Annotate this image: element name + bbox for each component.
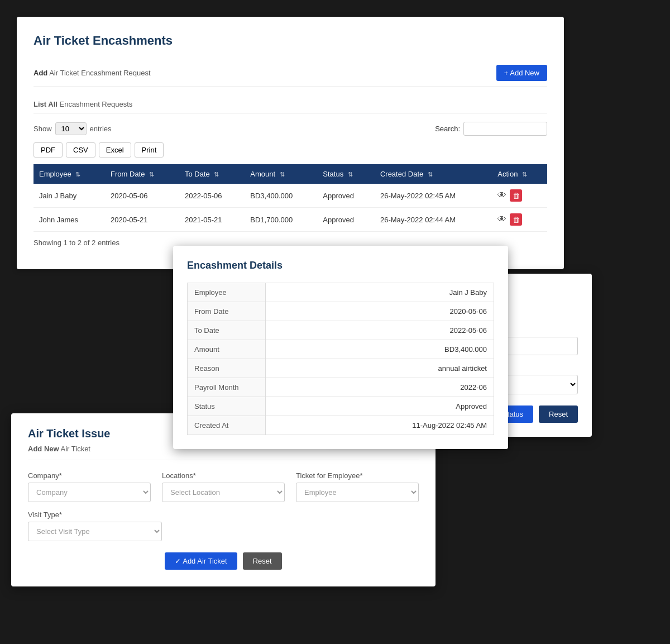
locations-select[interactable]: Select Location: [162, 483, 285, 502]
cell-status: Approved: [317, 184, 375, 208]
add-new-label: Add New: [28, 445, 59, 453]
detail-value: Jain J Baby: [266, 283, 494, 302]
table-row: Jain J Baby 2020-05-06 2022-05-06 BD3,40…: [34, 184, 547, 208]
detail-value: 2022-05-06: [266, 321, 494, 340]
detail-label: From Date: [188, 302, 266, 321]
cell-created-date: 26-May-2022 02:44 AM: [375, 208, 492, 232]
company-select[interactable]: Company: [28, 483, 151, 502]
page-title: Air Ticket Encashments: [34, 34, 547, 48]
add-suffix: Air Ticket Encashment Request: [49, 69, 150, 77]
cell-employee: John James: [34, 208, 105, 232]
sort-icon-to-date: ⇅: [214, 171, 219, 178]
detail-label: Amount: [188, 340, 266, 359]
company-label: Company*: [28, 471, 151, 480]
list-prefix: List All: [34, 100, 58, 108]
detail-value: annual airticket: [266, 359, 494, 378]
th-employee[interactable]: Employee ⇅: [34, 164, 105, 184]
detail-value: 11-Aug-2022 02:45 AM: [266, 416, 494, 435]
employee-select[interactable]: Employee: [296, 483, 419, 502]
cell-from-date: 2020-05-06: [105, 184, 179, 208]
sort-icon-amount: ⇅: [280, 171, 285, 178]
search-label: Search:: [435, 125, 460, 133]
detail-label: Reason: [188, 359, 266, 378]
detail-value: Approved: [266, 397, 494, 416]
detail-value: 2022-06: [266, 378, 494, 397]
view-icon[interactable]: 👁: [497, 190, 506, 201]
detail-value: BD3,400.000: [266, 340, 494, 359]
sort-icon-from-date: ⇅: [149, 171, 154, 178]
entries-suffix: entries: [90, 125, 112, 133]
details-row: Status Approved: [188, 397, 494, 416]
entries-select[interactable]: 10 25 50 100: [55, 122, 87, 135]
cell-created-date: 26-May-2022 02:45 AM: [375, 184, 492, 208]
encashment-details-title: Encashment Details: [187, 260, 494, 271]
details-row: From Date 2020-05-06: [188, 302, 494, 321]
list-section-header: List All Encashment Requests: [34, 96, 547, 113]
search-input[interactable]: [463, 122, 547, 136]
cell-to-date: 2022-05-06: [179, 184, 245, 208]
th-action[interactable]: Action ⇅: [492, 164, 547, 184]
encashment-table: Employee ⇅ From Date ⇅ To Date ⇅ Amount …: [34, 164, 547, 232]
sort-icon-status: ⇅: [348, 171, 353, 178]
locations-col: Locations* Select Location: [162, 471, 285, 502]
details-row: Reason annual airticket: [188, 359, 494, 378]
export-buttons: PDF CSV Excel Print: [34, 142, 547, 158]
visit-type-select[interactable]: Select Visit Type: [28, 522, 162, 541]
cell-action: 👁: [492, 184, 547, 208]
table-row: John James 2020-05-21 2021-05-21 BD1,700…: [34, 208, 547, 232]
detail-label: Employee: [188, 283, 266, 302]
th-status[interactable]: Status ⇅: [317, 164, 375, 184]
visit-type-col: Visit Type* Select Visit Type: [28, 511, 162, 541]
cell-to-date: 2021-05-21: [179, 208, 245, 232]
detail-label: To Date: [188, 321, 266, 340]
details-table: Employee Jain J Baby From Date 2020-05-0…: [187, 283, 494, 435]
company-col: Company* Company: [28, 471, 151, 502]
reset-ticket-button[interactable]: Reset: [243, 552, 282, 570]
th-created-date[interactable]: Created Date ⇅: [375, 164, 492, 184]
cell-amount: BD3,400.000: [245, 184, 317, 208]
sort-icon-employee: ⇅: [75, 171, 80, 178]
csv-button[interactable]: CSV: [66, 142, 95, 158]
table-header-row: Employee ⇅ From Date ⇅ To Date ⇅ Amount …: [34, 164, 547, 184]
show-entries: Show 10 25 50 100 entries: [34, 122, 112, 135]
add-section: Add Air Ticket Encashment Request + Add …: [34, 59, 547, 87]
details-row: Payroll Month 2022-06: [188, 378, 494, 397]
th-from-date[interactable]: From Date ⇅: [105, 164, 179, 184]
pdf-button[interactable]: PDF: [34, 142, 63, 158]
reset-button[interactable]: Reset: [539, 406, 578, 423]
controls-row: Show 10 25 50 100 entries Search:: [34, 122, 547, 136]
add-air-ticket-button[interactable]: ✓ Add Air Ticket: [165, 552, 237, 570]
add-label: Add: [34, 69, 47, 77]
view-icon[interactable]: 👁: [497, 214, 506, 225]
details-row: Amount BD3,400.000: [188, 340, 494, 359]
cell-from-date: 2020-05-21: [105, 208, 179, 232]
search-box: Search:: [435, 122, 547, 136]
detail-label: Created At: [188, 416, 266, 435]
list-suffix: Encashment Requests: [59, 100, 132, 108]
locations-label: Locations*: [162, 471, 285, 480]
detail-value: 2020-05-06: [266, 302, 494, 321]
company-locations-row: Company* Company Locations* Select Locat…: [28, 471, 419, 502]
visit-type-label: Visit Type*: [28, 511, 162, 519]
ticket-actions: ✓ Add Air Ticket Reset: [28, 552, 419, 570]
main-window: Air Ticket Encashments Add Air Ticket En…: [17, 17, 564, 269]
employee-col: Ticket for Employee* Employee: [296, 471, 419, 502]
details-row: Created At 11-Aug-2022 02:45 AM: [188, 416, 494, 435]
visit-type-row: Visit Type* Select Visit Type: [28, 511, 419, 541]
excel-button[interactable]: Excel: [99, 142, 131, 158]
add-new-button[interactable]: + Add New: [496, 65, 547, 81]
th-amount[interactable]: Amount ⇅: [245, 164, 317, 184]
details-row: To Date 2022-05-06: [188, 321, 494, 340]
print-button[interactable]: Print: [135, 142, 164, 158]
delete-icon[interactable]: [510, 213, 522, 226]
sort-icon-created-date: ⇅: [428, 171, 433, 178]
add-section-text: Add Air Ticket Encashment Request: [34, 69, 151, 77]
detail-label: Payroll Month: [188, 378, 266, 397]
delete-icon[interactable]: [510, 189, 522, 202]
cell-status: Approved: [317, 208, 375, 232]
th-to-date[interactable]: To Date ⇅: [179, 164, 245, 184]
encashment-details-modal: Encashment Details Employee Jain J Baby …: [173, 246, 508, 449]
show-label: Show: [34, 125, 52, 133]
cell-amount: BD1,700.000: [245, 208, 317, 232]
sort-icon-action: ⇅: [522, 171, 527, 178]
